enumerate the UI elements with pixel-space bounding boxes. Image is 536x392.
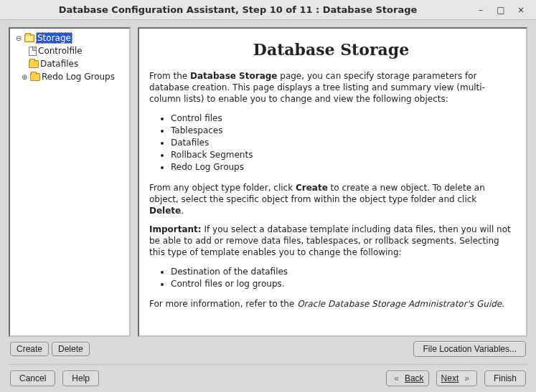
important-paragraph: Important: If you select a database temp…	[149, 224, 513, 259]
objects-list: Control files Tablespaces Datafiles Roll…	[149, 113, 513, 173]
back-button[interactable]: « Back	[386, 371, 428, 386]
close-icon[interactable]: ×	[516, 5, 526, 15]
folder-icon	[30, 73, 40, 81]
chevron-left-icon: «	[391, 373, 402, 383]
file-icon	[29, 47, 37, 56]
body-text: From the Database Storage page, you can …	[149, 70, 513, 310]
tree-item-datafiles[interactable]: Datafiles	[13, 57, 126, 70]
list-item: Control files or log groups.	[171, 278, 513, 290]
template-list: Destination of the datafiles Control fil…	[149, 266, 513, 290]
window-title: Database Configuration Assistant, Step 1…	[0, 4, 476, 15]
dialog-body: ⊖ Storage Controlfile Datafiles ⊕ Redo L…	[0, 20, 536, 392]
more-info-paragraph: For more information, refer to the Oracl…	[149, 298, 513, 310]
tree-item-label: Redo Log Groups	[42, 72, 115, 82]
titlebar: Database Configuration Assistant, Step 1…	[0, 0, 536, 20]
tree-item-redolog[interactable]: ⊕ Redo Log Groups	[13, 70, 126, 83]
wizard-button-row: Cancel Help « Back Next » Finish	[9, 371, 527, 386]
list-item: Redo Log Groups	[171, 161, 513, 173]
chevron-right-icon: »	[461, 373, 472, 383]
main-row: ⊖ Storage Controlfile Datafiles ⊕ Redo L…	[9, 27, 527, 337]
page-title: Database Storage	[149, 40, 513, 59]
window-controls: – □ ×	[476, 5, 530, 15]
folder-open-icon	[24, 34, 34, 42]
cancel-button[interactable]: Cancel	[10, 371, 55, 386]
create-button[interactable]: Create	[10, 342, 49, 356]
list-item: Control files	[171, 113, 513, 124]
tree-item-label: Controlfile	[38, 46, 83, 56]
tree-item-controlfile[interactable]: Controlfile	[13, 44, 126, 57]
list-item: Datafiles	[171, 137, 513, 148]
collapse-icon[interactable]: ⊖	[14, 34, 23, 42]
storage-tree[interactable]: ⊖ Storage Controlfile Datafiles ⊕ Redo L…	[9, 27, 131, 337]
tree-root-storage[interactable]: ⊖ Storage	[13, 32, 126, 44]
expand-icon[interactable]: ⊕	[20, 73, 29, 81]
actions-paragraph: From any object type folder, click Creat…	[149, 182, 513, 217]
list-item: Rollback Segments	[171, 149, 513, 161]
next-button[interactable]: Next »	[436, 371, 477, 386]
list-item: Destination of the datafiles	[171, 266, 513, 277]
tree-item-label: Datafiles	[40, 59, 78, 69]
finish-button[interactable]: Finish	[484, 371, 526, 386]
tree-root-label: Storage	[36, 32, 72, 44]
list-item: Tablespaces	[171, 125, 513, 136]
back-label: Back	[405, 373, 424, 383]
folder-icon	[29, 60, 39, 68]
delete-button[interactable]: Delete	[52, 342, 90, 356]
content-pane: Database Storage From the Database Stora…	[138, 27, 527, 337]
maximize-icon[interactable]: □	[496, 5, 506, 15]
minimize-icon[interactable]: –	[476, 5, 486, 15]
next-label: Next	[441, 373, 459, 383]
intro-paragraph: From the Database Storage page, you can …	[149, 70, 513, 105]
file-location-variables-button[interactable]: File Location Variables...	[413, 341, 526, 357]
mid-button-row: Create Delete File Location Variables...	[9, 337, 527, 361]
separator	[9, 364, 527, 365]
help-button[interactable]: Help	[62, 371, 99, 386]
